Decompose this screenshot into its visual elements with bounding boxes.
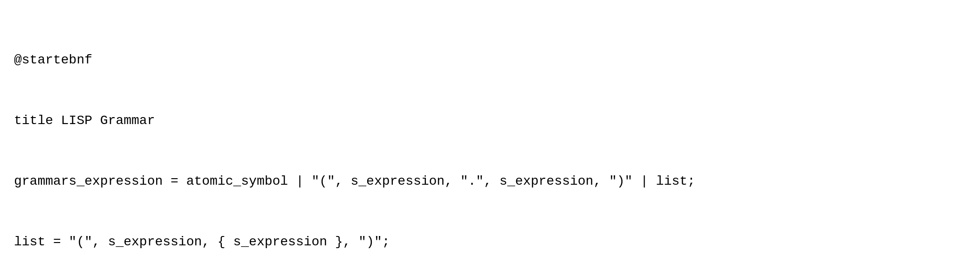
code-line-4: list = "(", s_expression, { s_expression… [14,232,966,252]
code-line-2: title LISP Grammar [14,111,966,131]
code-block: @startebnf title LISP Grammar grammars_e… [14,9,966,264]
code-line-1: @startebnf [14,50,966,70]
code-line-3: grammars_expression = atomic_symbol | "(… [14,171,966,191]
